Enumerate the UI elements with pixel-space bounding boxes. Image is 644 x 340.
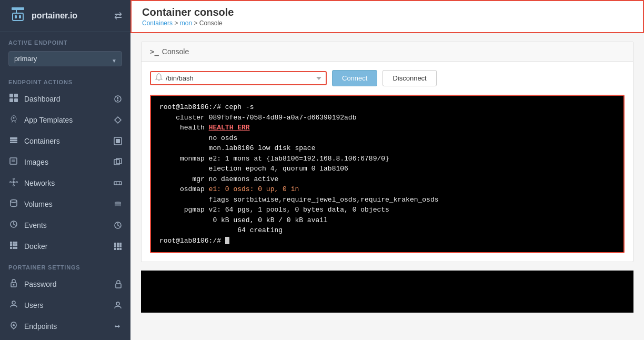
- sidebar-item-docker[interactable]: Docker: [0, 236, 130, 257]
- networks-icon: [8, 178, 19, 188]
- sidebar-item-docker-label: Docker: [24, 242, 108, 251]
- sidebar-item-users[interactable]: Users: [0, 295, 130, 316]
- connect-button[interactable]: Connect: [332, 70, 377, 86]
- svg-rect-48: [119, 243, 122, 245]
- endpoint-select[interactable]: primary: [8, 51, 122, 66]
- svg-rect-13: [10, 137, 17, 139]
- svg-marker-62: [316, 77, 321, 80]
- dashboard-icon: [8, 94, 19, 104]
- rocket-icon: [8, 115, 19, 125]
- svg-point-26: [13, 185, 15, 186]
- svg-rect-2: [13, 13, 23, 21]
- svg-rect-45: [15, 247, 17, 249]
- svg-rect-7: [9, 98, 13, 102]
- sidebar-item-volumes-label: Volumes: [24, 200, 108, 208]
- svg-point-59: [116, 302, 119, 305]
- svg-rect-37: [10, 242, 12, 244]
- networks-action-icon: [114, 179, 122, 187]
- svg-point-24: [16, 182, 18, 183]
- console-section: >_ Console Connect Disconnect root@lab81…: [141, 42, 633, 262]
- svg-rect-8: [14, 98, 18, 102]
- sidebar-item-containers[interactable]: Containers: [0, 131, 130, 152]
- breadcrumb-sep2: >: [194, 19, 199, 27]
- terminal-extra-area: [141, 271, 633, 313]
- svg-rect-3: [15, 15, 17, 18]
- breadcrumb-containers[interactable]: Containers: [142, 19, 173, 27]
- svg-point-61: [158, 73, 159, 74]
- svg-rect-0: [12, 7, 24, 10]
- sidebar-item-volumes[interactable]: Volumes: [0, 194, 130, 215]
- page-header: Container console Containers > mon > Con…: [130, 0, 644, 33]
- shell-input-wrap: [150, 71, 327, 85]
- page-title: Container console: [142, 6, 632, 18]
- svg-rect-15: [10, 142, 17, 143]
- portainer-settings-label: PORTAINER SETTINGS: [0, 257, 130, 274]
- sidebar-item-app-templates[interactable]: App Templates: [0, 109, 130, 131]
- sidebar-item-endpoints[interactable]: Endpoints: [0, 316, 130, 337]
- svg-point-56: [13, 284, 15, 286]
- sidebar-item-images[interactable]: Images: [0, 152, 130, 173]
- sidebar-item-events-label: Events: [24, 221, 108, 229]
- endpoint-select-wrap[interactable]: primary: [0, 49, 130, 72]
- shell-command-input[interactable]: [166, 74, 313, 82]
- breadcrumb-console: Console: [199, 19, 223, 27]
- sidebar-item-app-templates-label: App Templates: [24, 116, 108, 124]
- lock-icon: [8, 279, 19, 289]
- shell-row: Connect Disconnect: [142, 62, 633, 95]
- breadcrumb-sep1: >: [174, 19, 179, 27]
- console-section-label: Console: [162, 47, 189, 56]
- sidebar-item-users-label: Users: [24, 301, 108, 309]
- disconnect-button[interactable]: Disconnect: [383, 70, 436, 86]
- terminal-output[interactable]: root@lab8106:/# ceph -s cluster 089fbfea…: [151, 96, 623, 252]
- breadcrumb-mon[interactable]: mon: [180, 19, 192, 27]
- svg-rect-38: [13, 242, 15, 244]
- users-action-icon: [114, 301, 122, 309]
- sidebar-item-networks[interactable]: Networks: [0, 173, 130, 194]
- endpoints-action-icon: [114, 322, 122, 331]
- shell-bell-icon: [155, 73, 163, 83]
- svg-rect-6: [14, 94, 18, 97]
- volumes-action-icon: [114, 200, 122, 208]
- svg-rect-51: [119, 245, 122, 247]
- svg-rect-10: [117, 97, 118, 99]
- svg-rect-19: [12, 159, 15, 162]
- svg-point-58: [12, 301, 15, 304]
- volumes-icon: [8, 199, 19, 209]
- docker-icon: [8, 241, 19, 252]
- sidebar-item-password-label: Password: [24, 280, 109, 288]
- sidebar-item-endpoints-label: Endpoints: [24, 322, 108, 331]
- svg-rect-54: [119, 248, 122, 250]
- sidebar-item-networks-label: Networks: [24, 179, 108, 187]
- console-section-header: >_ Console: [142, 42, 633, 62]
- svg-point-25: [13, 178, 15, 180]
- svg-rect-40: [10, 244, 12, 246]
- svg-rect-42: [15, 244, 17, 246]
- password-action-icon: [115, 280, 122, 288]
- svg-rect-52: [114, 248, 116, 250]
- shell-dropdown-icon: [316, 76, 321, 81]
- sidebar-item-events[interactable]: Events: [0, 215, 130, 236]
- svg-point-34: [11, 200, 17, 203]
- user-icon: [8, 300, 19, 311]
- active-endpoint-label: ACTIVE ENDPOINT: [0, 32, 130, 49]
- svg-rect-39: [15, 242, 17, 244]
- endpoint-actions-label: ENDPOINT ACTIONS: [0, 72, 130, 88]
- svg-rect-17: [116, 139, 120, 143]
- svg-rect-49: [114, 245, 116, 247]
- containers-icon: [8, 136, 19, 146]
- svg-rect-5: [9, 94, 13, 97]
- docker-action-icon: [114, 242, 122, 251]
- svg-rect-41: [13, 244, 15, 246]
- sidebar-item-dashboard[interactable]: Dashboard: [0, 88, 130, 109]
- images-icon: [8, 157, 19, 167]
- svg-rect-57: [116, 284, 121, 288]
- transfer-icon: ⇄: [114, 10, 122, 22]
- terminal-prompt-icon: >_: [150, 47, 159, 56]
- main-content: Container console Containers > mon > Con…: [130, 0, 644, 340]
- svg-rect-53: [117, 248, 119, 250]
- app-templates-action-icon: [114, 116, 122, 124]
- svg-point-60: [13, 324, 15, 326]
- sidebar-item-password[interactable]: Password: [0, 274, 130, 295]
- endpoints-icon: [8, 321, 19, 332]
- logo-text: portainer.io: [32, 11, 77, 21]
